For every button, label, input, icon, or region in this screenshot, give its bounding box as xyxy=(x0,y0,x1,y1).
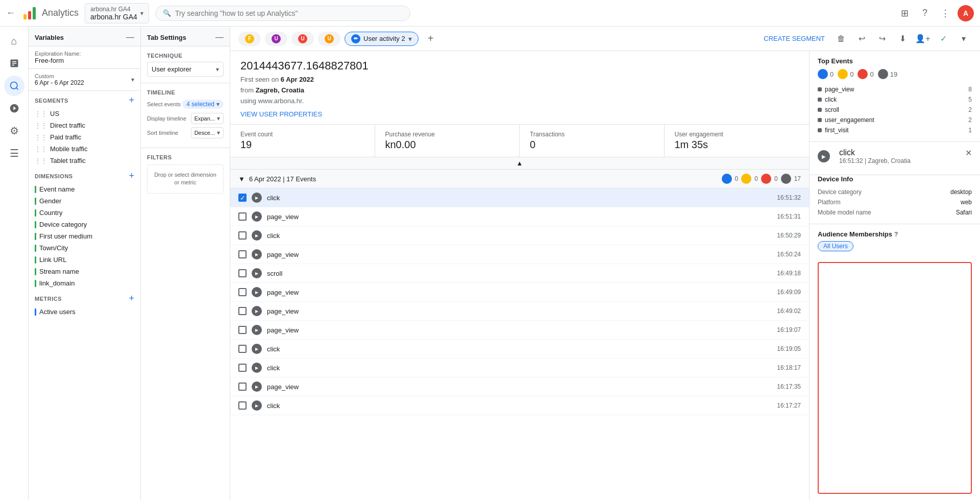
event-row-page-view-3[interactable]: ▶ page_view 16:49:09 xyxy=(230,283,809,302)
technique-select[interactable]: User explorer ▾ xyxy=(147,62,224,77)
segment-mobile-traffic[interactable]: ⋮⋮ Mobile traffic xyxy=(29,143,140,155)
event-name: click xyxy=(267,345,777,353)
top-event-dot-icon xyxy=(818,98,822,102)
event-checkbox[interactable] xyxy=(238,326,247,334)
display-timeline-select[interactable]: Expan... ▾ xyxy=(191,113,224,124)
event-row-page-view-4[interactable]: ▶ page_view 16:49:02 xyxy=(230,302,809,321)
event-row-page-view-5[interactable]: ▶ page_view 16:19:07 xyxy=(230,321,809,340)
main-content: F U U U ✏ User activity 2 ▾ + CREATE SEG… xyxy=(230,27,980,500)
event-time: 16:49:18 xyxy=(777,270,801,277)
view-user-properties-link[interactable]: VIEW USER PROPERTIES xyxy=(240,110,322,118)
variables-panel-close[interactable]: — xyxy=(126,33,134,42)
tab-active[interactable]: ✏ User activity 2 ▾ xyxy=(345,32,419,46)
dim-device-category[interactable]: Device category xyxy=(29,219,140,230)
search-bar[interactable]: 🔍 xyxy=(155,6,410,21)
event-checkbox[interactable] xyxy=(238,364,247,372)
dimensions-add-button[interactable]: + xyxy=(129,171,134,181)
event-type-icon-dark xyxy=(781,174,791,184)
tab-u3[interactable]: U xyxy=(318,32,340,46)
device-model-label: Mobile model name xyxy=(818,209,871,216)
left-nav: ⌂ ⚙ ☰ xyxy=(0,27,29,500)
apps-icon[interactable]: ⊞ xyxy=(896,5,913,21)
nav-explore[interactable] xyxy=(4,76,24,96)
selected-badge[interactable]: 4 selected ▾ xyxy=(182,100,224,109)
event-row-click-3[interactable]: ▶ click 16:19:05 xyxy=(230,340,809,359)
segment-us[interactable]: ⋮⋮ US xyxy=(29,108,140,120)
selected-count: 4 selected xyxy=(186,101,214,108)
filter-drop-zone[interactable]: Drop or select dimension or metric xyxy=(147,164,224,194)
event-detail-close-button[interactable]: ✕ xyxy=(965,148,972,158)
download-icon[interactable]: ⬇ xyxy=(894,31,911,47)
tab-f[interactable]: F xyxy=(238,32,261,46)
tab-u1[interactable]: U xyxy=(265,32,287,46)
event-checkbox[interactable] xyxy=(238,345,247,353)
metrics-add-button[interactable]: + xyxy=(129,293,134,304)
event-checkbox[interactable] xyxy=(238,401,247,410)
segments-add-button[interactable]: + xyxy=(129,95,134,106)
tab-add-button[interactable]: + xyxy=(423,31,439,47)
event-checkbox[interactable] xyxy=(238,307,247,315)
dim-first-user-medium[interactable]: First user medium xyxy=(29,230,140,242)
nav-home[interactable]: ⌂ xyxy=(4,31,24,51)
more-toolbar-icon[interactable]: ▾ xyxy=(955,31,972,47)
redo-icon[interactable]: ↪ xyxy=(874,31,890,47)
event-checkbox[interactable] xyxy=(238,231,247,240)
technique-label: TECHNIQUE xyxy=(147,53,224,59)
dim-link-domain[interactable]: link_domain xyxy=(29,277,140,289)
segment-tablet-traffic[interactable]: ⋮⋮ Tablet traffic xyxy=(29,155,140,166)
top-event-label: user_engagement xyxy=(825,116,874,124)
event-row-page-view-1[interactable]: ▶ page_view 16:51:31 xyxy=(230,207,809,226)
tab-settings-close[interactable]: — xyxy=(215,33,224,42)
event-row-click-5[interactable]: ▶ click 16:17:27 xyxy=(230,396,809,415)
check-icon[interactable]: ✓ xyxy=(935,31,951,47)
device-platform-label: Platform xyxy=(818,199,841,206)
display-timeline-value: Expan... xyxy=(194,115,215,122)
dim-event-name[interactable]: Event name xyxy=(29,183,140,195)
nav-admin[interactable]: ☰ xyxy=(4,143,24,163)
dim-gender[interactable]: Gender xyxy=(29,195,140,207)
event-checkbox[interactable] xyxy=(238,269,247,277)
nav-configure[interactable]: ⚙ xyxy=(4,121,24,141)
event-row-page-view-6[interactable]: ▶ page_view 16:17:35 xyxy=(230,377,809,396)
nav-advertising[interactable] xyxy=(4,98,24,118)
tab-edit-icon: ✏ xyxy=(351,34,360,43)
tab-u2[interactable]: U xyxy=(291,32,314,46)
avatar[interactable]: A xyxy=(958,5,974,21)
property-selector[interactable]: arbona.hr GA4 arbona.hr GA4 ▾ xyxy=(85,3,149,23)
event-row-scroll[interactable]: ▶ scroll 16:49:18 xyxy=(230,264,809,283)
dim-town-city[interactable]: Town/City xyxy=(29,242,140,254)
met-active-users[interactable]: Active users xyxy=(29,306,140,318)
event-row-click-selected[interactable]: ✓ ▶ click 16:51:32 xyxy=(230,188,809,207)
more-icon[interactable]: ⋮ xyxy=(937,5,953,21)
event-checkbox[interactable] xyxy=(238,383,247,391)
dim-stream-name[interactable]: Stream name xyxy=(29,266,140,277)
segment-direct-traffic[interactable]: ⋮⋮ Direct traffic xyxy=(29,120,140,131)
help-icon[interactable]: ? xyxy=(917,5,933,21)
audience-all-users-badge[interactable]: All Users xyxy=(818,241,853,251)
date-range-selector[interactable]: Custom 6 Apr - 6 Apr 2022 ▾ xyxy=(29,69,140,91)
undo-icon[interactable]: ↩ xyxy=(853,31,870,47)
event-checkbox[interactable]: ✓ xyxy=(238,194,247,202)
event-row-click-4[interactable]: ▶ click 16:18:17 xyxy=(230,359,809,377)
dim-link-url[interactable]: Link URL xyxy=(29,254,140,266)
collapse-row[interactable]: ▲ xyxy=(230,157,809,170)
create-segment-button[interactable]: CREATE SEGMENT xyxy=(760,32,829,45)
event-checkbox[interactable] xyxy=(238,250,247,258)
events-date-header[interactable]: ▼ 6 Apr 2022 | 17 Events 0 0 0 17 xyxy=(230,170,809,188)
segment-paid-traffic[interactable]: ⋮⋮ Paid traffic xyxy=(29,131,140,143)
dim-country[interactable]: Country xyxy=(29,207,140,219)
back-button[interactable]: ← xyxy=(6,8,15,18)
nav-reports[interactable] xyxy=(4,53,24,74)
event-name: click xyxy=(267,364,777,372)
share-icon[interactable]: 👤+ xyxy=(915,31,931,47)
segment-name: Paid traffic xyxy=(50,133,81,141)
delete-icon[interactable]: 🗑 xyxy=(833,31,849,47)
stat-transactions-label: Transactions xyxy=(530,131,654,138)
event-row-page-view-2[interactable]: ▶ page_view 16:50:24 xyxy=(230,245,809,264)
search-icon: 🔍 xyxy=(163,9,171,17)
search-input[interactable] xyxy=(175,9,403,17)
event-checkbox[interactable] xyxy=(238,212,247,221)
sort-timeline-select[interactable]: Desce... ▾ xyxy=(191,127,224,138)
event-row-click-2[interactable]: ▶ click 16:50:29 xyxy=(230,226,809,245)
event-checkbox[interactable] xyxy=(238,288,247,296)
